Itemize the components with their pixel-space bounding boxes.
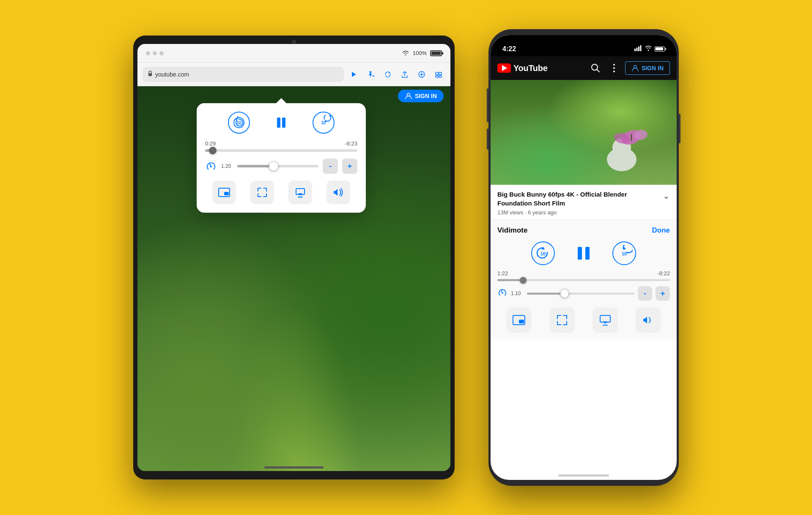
ipad-tabs-icon[interactable]: [432, 68, 445, 81]
ipad-speed-track[interactable]: [237, 165, 318, 167]
ipad-window-controls: [146, 51, 164, 55]
iphone-controls-row: 10 10: [497, 241, 670, 265]
video-meta: 13M views · 6 years ago: [497, 209, 670, 216]
iphone-progress-fill: [497, 279, 523, 281]
iphone-speed-icon: [497, 288, 508, 299]
vidimote-done-label: Done: [652, 226, 670, 234]
svg-point-18: [210, 166, 212, 167]
ipad-camera-area: [292, 40, 296, 44]
iphone-rewind-button[interactable]: 10: [531, 241, 555, 265]
youtube-more-button[interactable]: [606, 60, 622, 76]
ipad-status-right: 100%: [402, 49, 442, 57]
ipad-pause-button[interactable]: [270, 112, 292, 134]
svg-marker-1: [352, 72, 356, 77]
youtube-logo-icon: [497, 63, 511, 73]
iphone-progress-track[interactable]: [497, 279, 670, 281]
iphone-speed-minus-button[interactable]: -: [638, 286, 652, 301]
youtube-logo-wrap: YouTube: [497, 63, 547, 73]
iphone-time: 4:22: [502, 45, 516, 53]
ipad-forward-button[interactable]: 10: [313, 112, 335, 134]
iphone-side-button: [679, 114, 680, 143]
ipad-speed-minus-button[interactable]: -: [323, 159, 338, 174]
iphone-speed-fill: [527, 293, 565, 295]
ipad-progress-section: 0:29 -8:23: [205, 140, 357, 152]
svg-rect-25: [636, 48, 638, 52]
ipad-time-remaining: -8:23: [345, 140, 357, 147]
ipad-popup-controls: 10: [205, 112, 357, 134]
iphone-volume-button[interactable]: [636, 307, 661, 333]
iphone-status-icons: [634, 45, 665, 53]
ipad-volume-button[interactable]: [326, 181, 350, 204]
youtube-video-thumbnail: [491, 80, 677, 185]
iphone-signal-icon: [634, 45, 642, 53]
iphone-speed-value: 1.10: [511, 290, 524, 296]
ipad-speed-thumb[interactable]: [269, 162, 278, 171]
scene: 100% youtube.com: [0, 0, 812, 515]
ipad-add-tab-icon[interactable]: [415, 68, 428, 81]
iphone-home-indicator: [558, 474, 609, 477]
iphone-expand-button[interactable]: [549, 307, 575, 333]
ipad-dot-1: [146, 51, 150, 55]
ipad-refresh-icon[interactable]: [381, 68, 395, 81]
youtube-title: YouTube: [513, 63, 547, 73]
ipad-expand-button[interactable]: [250, 181, 274, 204]
iphone-progress-thumb[interactable]: [520, 277, 527, 284]
lock-icon: [148, 71, 153, 78]
ipad-video-area: SIGN IN 10: [137, 86, 450, 471]
ipad-url-bar[interactable]: youtube.com: [143, 67, 344, 82]
iphone-speed-track[interactable]: [527, 293, 634, 295]
ipad-action-buttons: [205, 181, 357, 204]
iphone-speed-thumb[interactable]: [560, 289, 569, 298]
youtube-signin-button[interactable]: SIGN IN: [625, 61, 670, 75]
iphone-volume-down: [487, 129, 488, 150]
ipad-pip-button[interactable]: [212, 181, 236, 204]
popup-arrow: [276, 98, 286, 103]
iphone-time-row: 1:22 -8:22: [497, 270, 670, 277]
youtube-search-button[interactable]: [588, 60, 603, 76]
ipad-status-bar: 100%: [137, 44, 450, 63]
video-title-row: Big Buck Bunny 60fps 4K - Official Blend…: [497, 190, 670, 208]
svg-rect-50: [600, 315, 610, 322]
ipad-url-text: youtube.com: [155, 71, 189, 78]
svg-rect-27: [640, 45, 642, 51]
iphone-speed-plus-button[interactable]: +: [656, 286, 670, 301]
iphone-airplay-button[interactable]: [593, 307, 618, 333]
iphone-vidimote-panel: Vidimote Done 10: [491, 219, 677, 340]
svg-point-30: [613, 64, 615, 66]
svg-rect-24: [634, 49, 636, 51]
iphone-device: 4:22 YouTube: [488, 29, 679, 486]
ipad-play-icon[interactable]: [347, 68, 361, 81]
youtube-signin-label: SIGN IN: [642, 65, 664, 71]
vidimote-done-button[interactable]: Done: [652, 226, 670, 235]
iphone-pause-button[interactable]: [577, 246, 590, 260]
ipad-progress-thumb[interactable]: [209, 147, 217, 154]
ipad-airplay-button[interactable]: [288, 181, 312, 204]
svg-rect-43: [585, 247, 590, 260]
iphone-speed-section: 1.10 - +: [497, 286, 670, 301]
ipad-progress-track[interactable]: [205, 149, 357, 152]
ipad-speed-section: 1.20 - +: [205, 157, 357, 174]
ipad-puzzle-icon[interactable]: [364, 68, 378, 81]
svg-point-31: [613, 67, 615, 69]
ipad-vidimote-popup: 10: [197, 103, 366, 213]
ipad-signin-button[interactable]: SIGN IN: [398, 90, 444, 102]
ipad-speed-plus-label: +: [348, 162, 352, 171]
svg-point-47: [502, 292, 503, 294]
svg-text:10: 10: [622, 251, 627, 256]
iphone-pip-button[interactable]: [506, 307, 532, 333]
svg-rect-42: [578, 247, 582, 260]
svg-rect-13: [277, 118, 280, 128]
iphone-time-current: 1:22: [497, 270, 508, 277]
svg-rect-49: [519, 320, 524, 323]
ipad-speed-plus-button[interactable]: +: [342, 159, 357, 174]
ipad-signin-label: SIGN IN: [415, 93, 437, 99]
svg-rect-14: [282, 118, 285, 128]
svg-rect-0: [148, 73, 152, 76]
iphone-progress-section: 1:22 -8:22: [497, 270, 670, 281]
ipad-rewind-button[interactable]: 10: [228, 112, 250, 134]
iphone-status-bar: 4:22: [491, 35, 677, 56]
iphone-forward-button[interactable]: 10: [612, 241, 636, 265]
ipad-dot-3: [159, 51, 164, 55]
ipad-speed-minus-label: -: [329, 162, 332, 171]
ipad-share-icon[interactable]: [398, 68, 411, 81]
